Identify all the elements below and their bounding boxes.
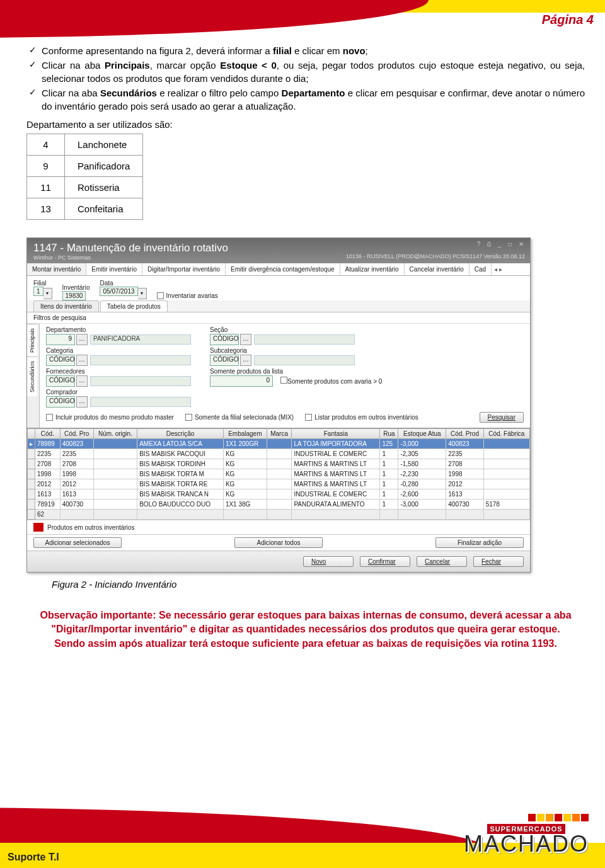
categoria-input[interactable]: CÓDIGO: [46, 355, 75, 366]
instruction-item: Conforme apresentando na figura 2, dever…: [26, 44, 585, 57]
finalize-add-button[interactable]: Finalizar adição: [435, 537, 524, 548]
grid-header-cell[interactable]: Descrição: [137, 429, 224, 439]
department-row: 11Rotisseria: [27, 177, 143, 198]
somente-lista-input[interactable]: 0: [210, 375, 273, 387]
main-tab[interactable]: Digitar/Importar inventário: [142, 263, 226, 275]
main-content: Conforme apresentando na figura 2, dever…: [26, 44, 585, 651]
main-tab[interactable]: Atualizar inventário: [340, 263, 405, 275]
comprador-input[interactable]: CÓDIGO: [46, 396, 75, 408]
main-tabs: Montar inventárioEmitir inventárioDigita…: [27, 263, 530, 276]
grid-header-cell[interactable]: Fantasia: [292, 429, 380, 439]
filial-dropdown-arrow[interactable]: ▾: [43, 288, 52, 299]
grid-header-cell[interactable]: [28, 429, 35, 439]
grid-header-cell[interactable]: Embalagem: [223, 429, 267, 439]
grid-row[interactable]: 22352235BIS MABISK PACOQUIKGINDUSTRIAL E…: [28, 449, 530, 459]
obs-line3: Sendo assim após atualizar terá estoque …: [54, 638, 557, 649]
departamento-label: Departamento: [46, 326, 191, 333]
chk-master[interactable]: Incluir produtos do mesmo produto master: [46, 414, 174, 421]
filial-input[interactable]: 1: [33, 287, 43, 296]
grid-header-cell[interactable]: Marca: [267, 429, 292, 439]
chk-listar-label: Listar produtos em outros inventários: [314, 414, 418, 421]
grid-header-cell[interactable]: Estoque Atua: [398, 429, 446, 439]
page-number: Página 4: [542, 13, 594, 27]
inventario-input[interactable]: 19830: [62, 291, 86, 300]
comprador-label: Comprador: [46, 389, 191, 396]
departments-table: 4Lanchonete9Panificadora11Rotisseria13Co…: [26, 134, 143, 220]
header-form-row: Filial 1▾ Inventário 19830 Data 05/07/20…: [27, 276, 530, 300]
comprador-lookup-button[interactable]: …: [76, 396, 88, 408]
add-all-button[interactable]: Adicionar todos: [234, 537, 323, 548]
chk-mix[interactable]: Somente da filial selecionada (MIX): [185, 414, 294, 421]
main-tab[interactable]: Cad: [470, 263, 492, 275]
vertical-tab[interactable]: Principais: [27, 324, 37, 357]
subcategoria-lookup-button[interactable]: …: [240, 355, 251, 366]
main-tab[interactable]: Emitir divergência contagem/estoque: [226, 263, 340, 275]
chk-mix-label: Somente da filial selecionada (MIX): [195, 414, 294, 421]
subcategoria-label: Subcategoria: [210, 347, 355, 354]
main-tab[interactable]: Montar inventário: [27, 263, 86, 275]
chk-inventariar-avarias[interactable]: Inventariar avarias: [157, 292, 218, 299]
instruction-list: Conforme apresentando na figura 2, dever…: [26, 44, 585, 113]
departamento-desc: PANIFICADORA: [90, 334, 191, 345]
categoria-lookup-button[interactable]: …: [76, 355, 88, 366]
sub-tab[interactable]: Tabela de produtos: [100, 300, 168, 312]
categoria-desc: [90, 355, 191, 365]
subcategoria-desc: [254, 355, 355, 365]
app-title: 1147 - Manutenção de inventário rotativo: [33, 242, 524, 254]
grid-header-cell[interactable]: Cód. Fábrica: [483, 429, 529, 439]
grid-header-cell[interactable]: Cód. Pro: [60, 429, 93, 439]
vertical-tab[interactable]: Secundários: [27, 357, 37, 396]
chk-avaria-gt0[interactable]: Somente produtos com avaria > 0: [280, 377, 382, 385]
grid-header-cell[interactable]: Cód.: [35, 429, 60, 439]
grid-row[interactable]: 20122012BIS MABISK TORTA REKGMARTINS & M…: [28, 479, 530, 489]
window-controls[interactable]: ? ⎙ _ ☐ ✕: [477, 241, 526, 248]
vertical-tabs: PrincipaisSecundários: [27, 324, 40, 428]
grid-header-cell[interactable]: Cód. Prod: [446, 429, 483, 439]
main-tab[interactable]: Cancelar inventário: [405, 263, 470, 275]
departamento-lookup-button[interactable]: …: [76, 334, 88, 345]
footer-text: Suporte T.I: [8, 852, 59, 863]
filter-panel: PrincipaisSecundários Departamento 9…PAN…: [27, 324, 530, 428]
instruction-item: Clicar na aba Secundários e realizar o f…: [26, 86, 585, 113]
app-window: ? ⎙ _ ☐ ✕ 1147 - Manutenção de inventári…: [26, 237, 531, 573]
grid-header-cell[interactable]: Rua: [380, 429, 398, 439]
tab-scroll-arrows[interactable]: ◂ ▸: [492, 263, 505, 275]
add-selected-button[interactable]: Adicionar selecionados: [33, 537, 122, 548]
top-decor: [0, 0, 605, 37]
main-tab[interactable]: Emitir inventário: [86, 263, 142, 275]
instruction-item: Clicar na aba Principais, marcar opção E…: [26, 59, 585, 85]
grid-header-cell[interactable]: Núm. origin.: [93, 429, 137, 439]
grid-footer-row: 62: [28, 510, 530, 520]
chk-avarias-label: Inventariar avarias: [166, 292, 218, 299]
departamento-input[interactable]: 9: [46, 334, 75, 345]
legend-red-products: Produtos em outros inventários: [27, 520, 530, 534]
data-label: Data: [100, 280, 146, 287]
department-row: 13Confeitaria: [27, 198, 143, 220]
sub-tab[interactable]: Itens do inventário: [33, 300, 99, 312]
data-input[interactable]: 05/07/2013: [100, 287, 137, 296]
grid-row[interactable]: 19981998BIS MABISK TORTA MKGMARTINS & MA…: [28, 469, 530, 479]
filial-label: Filial: [33, 280, 52, 287]
secao-input[interactable]: CÓDIGO: [210, 334, 239, 345]
filters-title: Filtros de pesquisa: [27, 312, 530, 324]
logo-name: MACHADO: [464, 834, 589, 854]
grid-row[interactable]: 78919400730BOLO BAUDUCCO DUO1X1 38GPANDU…: [28, 500, 530, 510]
fechar-button[interactable]: Fechar: [473, 556, 524, 567]
products-grid[interactable]: Cód.Cód. ProNúm. origin.DescriçãoEmbalag…: [27, 428, 530, 520]
fornecedores-input[interactable]: CÓDIGO: [46, 375, 75, 387]
fornecedores-lookup-button[interactable]: …: [76, 375, 88, 387]
confirmar-button[interactable]: Confirmar: [360, 556, 410, 567]
fornecedores-label: Fornecedores: [46, 368, 191, 375]
grid-row[interactable]: ▸78989400823AMEXA LATOJA S/CA1X1 200GRLA…: [28, 439, 530, 449]
pesquisar-button[interactable]: Pesquisar: [480, 412, 524, 423]
subcategoria-input[interactable]: CÓDIGO: [210, 355, 239, 366]
chk-listar-outros[interactable]: Listar produtos em outros inventários: [305, 414, 418, 421]
somente-lista-label: Somente produtos da lista: [210, 368, 382, 375]
novo-button[interactable]: Novo: [303, 556, 354, 567]
data-dropdown-arrow[interactable]: ▾: [138, 288, 147, 299]
grid-row[interactable]: 16131613BIS MABISK TRANCA NKGINDUSTRIAL …: [28, 489, 530, 500]
grid-row[interactable]: 27082708BIS MABISK TORDINHKGMARTINS & MA…: [28, 459, 530, 469]
secao-lookup-button[interactable]: …: [240, 334, 251, 345]
cancelar-button[interactable]: Cancelar: [417, 556, 467, 567]
logo: SUPERMERCADOS MACHADO: [464, 814, 589, 854]
